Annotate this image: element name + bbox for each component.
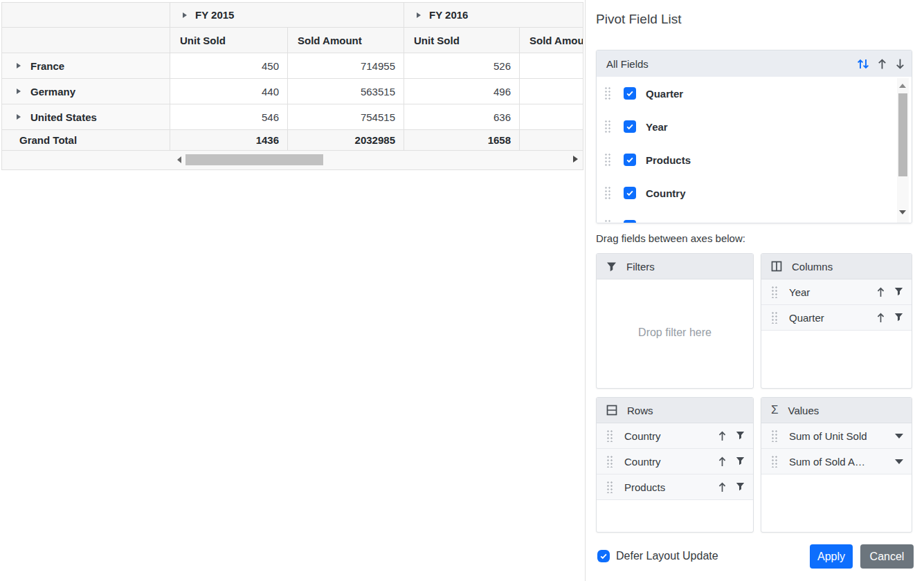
drag-handle-icon[interactable] bbox=[606, 455, 613, 468]
value-cell: 526 bbox=[404, 53, 520, 78]
sort-asc-icon[interactable] bbox=[876, 286, 886, 298]
filter-icon bbox=[606, 261, 617, 272]
filters-axis-box: Filters Drop filter here bbox=[596, 253, 754, 389]
scrollbar-thumb[interactable] bbox=[185, 154, 323, 165]
chevron-down-icon[interactable] bbox=[895, 459, 903, 464]
filter-icon[interactable] bbox=[736, 456, 745, 466]
chevron-down-icon[interactable] bbox=[895, 434, 903, 439]
check-icon bbox=[627, 124, 633, 129]
filter-icon[interactable] bbox=[736, 482, 745, 492]
column-group-fy2015[interactable]: FY 2015 bbox=[170, 3, 404, 27]
measure-header-row: Unit Sold Sold Amount Unit Sold Sold Amo… bbox=[2, 28, 583, 53]
axis-item-label: Year bbox=[789, 286, 876, 298]
horizontal-scrollbar[interactable] bbox=[2, 151, 583, 169]
filter-icon[interactable] bbox=[894, 313, 903, 322]
expand-icon[interactable] bbox=[417, 12, 421, 18]
drag-handle-icon[interactable] bbox=[604, 153, 611, 167]
scroll-left-icon[interactable] bbox=[177, 156, 181, 163]
filter-icon[interactable] bbox=[736, 431, 745, 441]
axis-title: Rows bbox=[627, 405, 653, 416]
axis-item-sum-unit-sold[interactable]: Sum of Unit Sold bbox=[761, 423, 912, 449]
scroll-right-icon[interactable] bbox=[573, 156, 578, 163]
defer-layout-checkbox[interactable] bbox=[597, 550, 610, 562]
sort-fields-icon[interactable] bbox=[856, 57, 870, 71]
expand-icon[interactable] bbox=[183, 12, 187, 18]
drag-handle-icon[interactable] bbox=[606, 481, 613, 493]
move-field-down-icon[interactable] bbox=[894, 57, 906, 71]
axis-item-label: Sum of Sold A… bbox=[789, 456, 895, 468]
drag-handle-icon[interactable] bbox=[604, 86, 611, 100]
field-checkbox[interactable] bbox=[624, 120, 636, 133]
filter-icon[interactable] bbox=[894, 287, 903, 297]
apply-button[interactable]: Apply bbox=[810, 544, 853, 569]
expand-icon[interactable] bbox=[17, 114, 21, 120]
expand-icon[interactable] bbox=[17, 63, 21, 68]
axis-item-label: Quarter bbox=[789, 312, 876, 324]
check-icon bbox=[627, 191, 633, 195]
row-header-united-states[interactable]: United States bbox=[2, 104, 170, 129]
rows-icon bbox=[606, 405, 617, 416]
defer-layout-label: Defer Layout Update bbox=[616, 550, 718, 562]
all-fields-list: Quarter Year Products bbox=[597, 77, 912, 223]
drag-hint-text: Drag fields between axes below: bbox=[596, 232, 745, 244]
corner-cell bbox=[2, 3, 170, 27]
grand-total-row: Grand Total 1436 2032985 1658 bbox=[2, 130, 583, 151]
field-label: Sold Amount bbox=[646, 221, 710, 224]
row-label: France bbox=[30, 60, 64, 72]
axis-title: Columns bbox=[792, 261, 833, 273]
drag-handle-icon[interactable] bbox=[606, 430, 613, 442]
drag-handle-icon[interactable] bbox=[604, 219, 611, 223]
field-checkbox[interactable] bbox=[624, 87, 636, 100]
axis-title: Values bbox=[788, 405, 819, 416]
field-checkbox[interactable] bbox=[624, 187, 636, 199]
values-header: Σ Values bbox=[761, 398, 912, 423]
cancel-button[interactable]: Cancel bbox=[860, 544, 914, 569]
axis-item-products[interactable]: Products bbox=[597, 474, 753, 500]
value-cell bbox=[520, 79, 583, 104]
column-group-fy2016[interactable]: FY 2016 bbox=[404, 3, 583, 27]
value-cell: 440 bbox=[170, 79, 288, 104]
expand-icon[interactable] bbox=[17, 89, 21, 94]
axis-item-sum-sold-amount[interactable]: Sum of Sold A… bbox=[761, 449, 912, 474]
drag-handle-icon[interactable] bbox=[771, 286, 778, 298]
axis-item-year[interactable]: Year bbox=[761, 279, 912, 305]
field-item-year: Year bbox=[597, 110, 912, 143]
drag-handle-icon[interactable] bbox=[771, 455, 778, 468]
move-field-up-icon[interactable] bbox=[876, 57, 888, 71]
drag-handle-icon[interactable] bbox=[771, 311, 778, 324]
field-label: Year bbox=[646, 121, 668, 133]
field-checkbox[interactable] bbox=[624, 220, 636, 223]
field-label: Quarter bbox=[646, 88, 683, 100]
axis-item-country[interactable]: Country bbox=[597, 423, 753, 449]
row-header-germany[interactable]: Germany bbox=[2, 79, 170, 104]
value-cell: 1436 bbox=[170, 130, 288, 150]
value-cell: 450 bbox=[170, 53, 288, 78]
check-icon bbox=[627, 91, 633, 95]
rows-axis-box: Rows Country Country Products bbox=[596, 397, 754, 533]
all-fields-box: All Fields Quarter bbox=[596, 50, 912, 223]
axis-item-quarter[interactable]: Quarter bbox=[761, 305, 912, 331]
drag-handle-icon[interactable] bbox=[771, 430, 778, 442]
sort-asc-icon[interactable] bbox=[717, 456, 727, 468]
axis-item-label: Country bbox=[624, 430, 717, 442]
row-header-france[interactable]: France bbox=[2, 53, 170, 78]
field-item-sold-amount: Sold Amount bbox=[597, 210, 912, 223]
sort-asc-icon[interactable] bbox=[717, 481, 727, 493]
sort-asc-icon[interactable] bbox=[876, 312, 886, 324]
field-item-products: Products bbox=[597, 143, 912, 176]
value-cell bbox=[520, 53, 583, 78]
column-group-label: FY 2016 bbox=[429, 9, 468, 21]
scroll-down-icon[interactable] bbox=[899, 210, 906, 214]
sort-asc-icon[interactable] bbox=[717, 430, 727, 442]
drag-handle-icon[interactable] bbox=[604, 186, 611, 200]
fields-scrollbar[interactable] bbox=[897, 78, 909, 223]
drag-handle-icon[interactable] bbox=[604, 120, 611, 133]
field-checkbox[interactable] bbox=[624, 154, 636, 166]
axis-item-country[interactable]: Country bbox=[597, 449, 753, 474]
scroll-up-icon[interactable] bbox=[899, 84, 906, 88]
columns-icon bbox=[771, 261, 782, 272]
field-item-quarter: Quarter bbox=[597, 77, 912, 110]
value-cell: 1658 bbox=[404, 130, 520, 150]
defer-layout-row: Defer Layout Update bbox=[597, 550, 718, 562]
scrollbar-thumb[interactable] bbox=[898, 93, 907, 176]
